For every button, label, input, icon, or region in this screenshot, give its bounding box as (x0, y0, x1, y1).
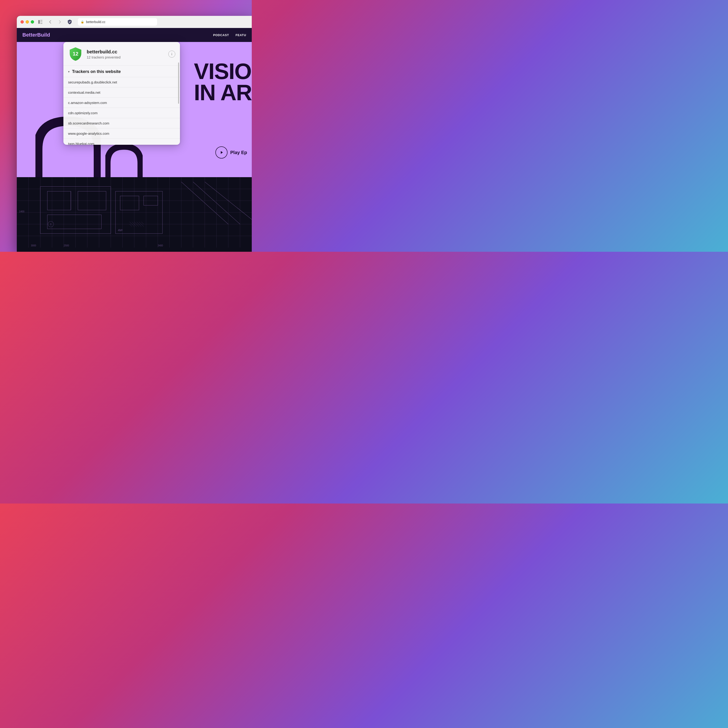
svg-rect-32 (47, 215, 101, 229)
tracker-item: www.google-analytics.com (63, 128, 180, 138)
traffic-lights (20, 20, 34, 23)
play-label: Play Ep (230, 150, 247, 155)
tracker-item: securepubads.g.doubleclick.net (63, 77, 180, 87)
shield-badge-icon: 12 (68, 47, 83, 61)
titlebar: 🔒 betterbuild.cc (17, 16, 252, 28)
svg-line-47 (130, 222, 132, 224)
popup-header: 12 betterbuild.cc 12 trackers prevented … (63, 42, 180, 66)
play-circle-icon (216, 147, 228, 159)
svg-line-57 (139, 224, 141, 226)
site-logo: BetterBuild (22, 32, 50, 38)
hero-line2: IN AR (194, 82, 252, 103)
arch-right (106, 145, 143, 177)
popup-body[interactable]: ▾ Trackers on this website securepubads.… (63, 66, 180, 145)
popup-site-name: betterbuild.cc (87, 49, 165, 55)
maximize-button[interactable] (31, 20, 34, 23)
svg-marker-4 (221, 151, 223, 154)
site-navigation: BetterBuild PODCAST FEATU (17, 28, 252, 42)
close-button[interactable] (20, 20, 24, 23)
logo-text-dark: BetterBu (22, 32, 44, 38)
hero-text: VISIO IN AR (194, 61, 252, 103)
svg-rect-1 (40, 20, 43, 20)
svg-line-50 (137, 222, 139, 224)
privacy-popup: 12 betterbuild.cc 12 trackers prevented … (63, 42, 180, 145)
nav-podcast[interactable]: PODCAST (213, 33, 229, 37)
browser-window: 🔒 betterbuild.cc BetterBuild PODCAST FEA… (17, 16, 252, 252)
url-text: betterbuild.cc (86, 20, 106, 24)
svg-text:1400: 1400 (19, 210, 24, 213)
svg-line-53 (130, 224, 132, 226)
tracker-item: cdn.optimizely.com (63, 108, 180, 118)
svg-text:12: 12 (73, 51, 78, 57)
sidebar-toggle-button[interactable] (37, 19, 44, 25)
svg-text:3: 3 (50, 223, 51, 226)
forward-button[interactable] (57, 19, 63, 25)
popup-site-info: betterbuild.cc 12 trackers prevented (87, 49, 165, 59)
back-button[interactable] (47, 19, 54, 25)
svg-text:3000: 3000 (31, 244, 36, 247)
svg-text:4M²: 4M² (118, 229, 122, 232)
chevron-down-icon: ▾ (68, 70, 70, 73)
play-button-area[interactable]: Play Ep (216, 147, 247, 159)
tracker-item: sb.scorecardresearch.com (63, 118, 180, 128)
nav-links: PODCAST FEATU (213, 33, 246, 37)
scroll-indicator (178, 63, 179, 104)
svg-line-52 (141, 222, 144, 224)
info-button[interactable]: i (168, 50, 175, 58)
tracker-item: tags.bluekai.com (63, 138, 180, 145)
privacy-shield-button[interactable] (66, 18, 73, 25)
website-content: BetterBuild PODCAST FEATU VISIO IN AR (17, 28, 252, 252)
tracker-item: c.amazon-adsystem.com (63, 98, 180, 108)
svg-line-55 (134, 224, 137, 226)
logo-text-accent: ild (44, 32, 50, 38)
svg-line-58 (141, 224, 144, 226)
nav-features[interactable]: FEATU (236, 33, 246, 37)
svg-rect-3 (40, 23, 43, 24)
svg-text:2500: 2500 (64, 244, 69, 247)
svg-rect-2 (40, 22, 43, 22)
tracker-list: securepubads.g.doubleclick.net contextua… (63, 77, 180, 145)
svg-rect-35 (120, 196, 139, 210)
svg-line-48 (132, 222, 134, 224)
svg-rect-0 (38, 20, 40, 24)
blueprint-grid: 3000 2500 3400 1400 4M² 3 (17, 177, 252, 248)
svg-text:3400: 3400 (158, 244, 163, 247)
tracker-item: contextual.media.net (63, 87, 180, 98)
svg-line-49 (134, 222, 137, 224)
minimize-button[interactable] (26, 20, 29, 23)
popup-trackers-count: 12 trackers prevented (87, 55, 165, 59)
blueprint-section: 3000 2500 3400 1400 4M² 3 (17, 177, 252, 252)
info-icon: i (171, 52, 172, 56)
address-bar[interactable]: 🔒 betterbuild.cc (78, 18, 157, 26)
svg-line-51 (139, 222, 141, 224)
svg-line-56 (137, 224, 139, 226)
svg-line-54 (132, 224, 134, 226)
lock-icon: 🔒 (81, 20, 84, 23)
hero-line1: VISIO (194, 61, 252, 82)
trackers-section-header[interactable]: ▾ Trackers on this website (63, 66, 180, 77)
trackers-section-title: Trackers on this website (72, 69, 121, 74)
